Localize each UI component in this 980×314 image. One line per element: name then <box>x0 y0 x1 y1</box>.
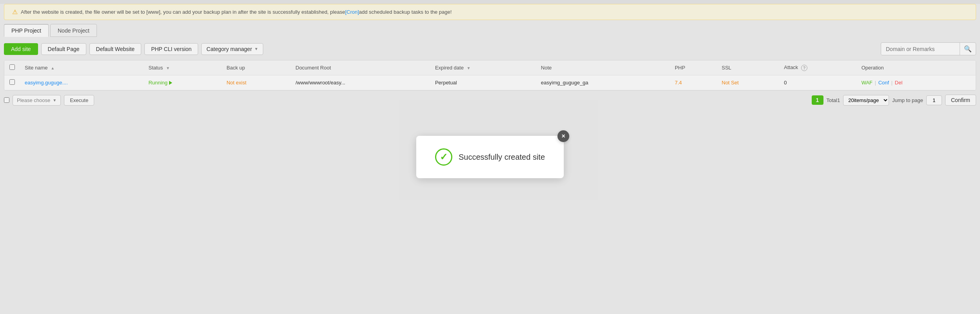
success-message: Successfully created site <box>459 153 545 162</box>
page-wrapper: ⚠ After the website is created, the file… <box>0 4 980 314</box>
success-check-icon: ✓ <box>435 148 452 166</box>
checkmark-icon: ✓ <box>440 152 448 162</box>
success-popup: × ✓ Successfully created site <box>416 136 564 178</box>
success-inner: ✓ Successfully created site <box>435 148 545 166</box>
success-overlay: × ✓ Successfully created site <box>0 0 980 314</box>
success-close-button[interactable]: × <box>557 130 569 142</box>
